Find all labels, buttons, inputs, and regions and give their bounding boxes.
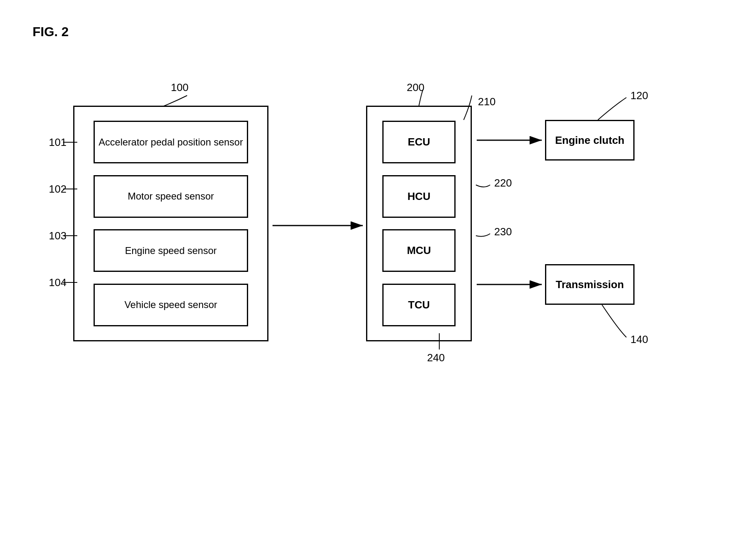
ref-240: 240 bbox=[427, 352, 445, 364]
ref-140: 140 bbox=[630, 333, 648, 346]
ref-220: 220 bbox=[494, 177, 512, 189]
cu-block: ECU HCU MCU TCU bbox=[366, 106, 472, 341]
diagram: Accelerator pedal position sensor Motor … bbox=[24, 73, 736, 459]
sensors-block: Accelerator pedal position sensor Motor … bbox=[73, 106, 268, 341]
sensor-item-104: Vehicle speed sensor bbox=[94, 284, 248, 326]
cu-item-230: MCU bbox=[382, 229, 456, 272]
cu-item-210: ECU bbox=[382, 121, 456, 163]
ref-210: 210 bbox=[478, 96, 495, 108]
ref-104: 104 bbox=[49, 276, 66, 289]
transmission-block: Transmission bbox=[545, 264, 635, 305]
engine-clutch-block: Engine clutch bbox=[545, 120, 635, 161]
sensor-item-101: Accelerator pedal position sensor bbox=[94, 121, 248, 163]
ref-100: 100 bbox=[171, 81, 188, 94]
ref-200: 200 bbox=[407, 81, 424, 94]
sensor-item-103: Engine speed sensor bbox=[94, 229, 248, 272]
cu-item-240: TCU bbox=[382, 284, 456, 326]
sensor-item-102: Motor speed sensor bbox=[94, 175, 248, 218]
ref-120: 120 bbox=[630, 89, 648, 102]
cu-item-220: HCU bbox=[382, 175, 456, 218]
ref-102: 102 bbox=[49, 183, 66, 195]
ref-101: 101 bbox=[49, 136, 66, 149]
ref-230: 230 bbox=[494, 226, 512, 238]
figure-label: FIG. 2 bbox=[33, 24, 69, 39]
ref-103: 103 bbox=[49, 230, 66, 242]
